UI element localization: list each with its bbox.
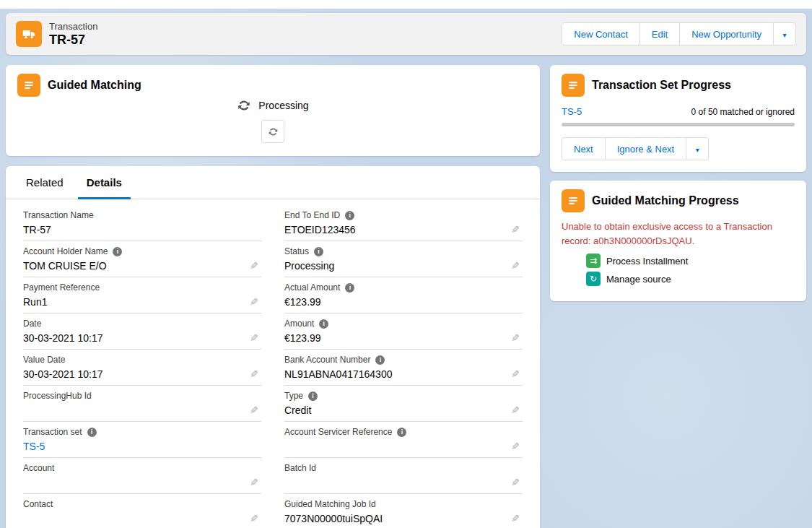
field-label: Transaction Name [23,210,94,220]
field-value: €123.99 [284,332,505,345]
edit-pencil-icon[interactable]: ✎ [250,369,258,379]
sidebar-column: Transaction Set Progress TS-5 0 of 50 ma… [550,65,806,301]
transaction-set-progress-card: Transaction Set Progress TS-5 0 of 50 ma… [550,65,806,172]
edit-pencil-icon[interactable]: ✎ [511,405,520,415]
record-name: TR-57 [49,33,97,48]
field-value: Processing [284,260,505,272]
field-label: Account [23,463,54,473]
edit-pencil-icon[interactable]: ✎ [250,405,258,415]
refresh-button[interactable] [261,120,284,143]
step-label: Process Installment [606,256,688,267]
field-value: 30-03-2021 10:17 [23,368,244,381]
field-type: TypeiCredit✎ [284,386,523,422]
guided-matching-body: Processing [17,97,528,143]
field-value: Credit [284,404,505,417]
transaction-set-progress-title: Transaction Set Progress [592,79,731,92]
main-column: Guided Matching Processing [6,65,540,528]
action-next-button[interactable]: Next [562,137,606,160]
field-value: TR-57 [23,224,244,236]
transaction-entity-icon [16,21,42,47]
field-payment-reference: Payment ReferenceRun1✎ [23,277,261,313]
record-title-block: Transaction TR-57 [49,21,97,48]
field-contact: Contact✎ [23,494,261,528]
field-value: Run1 [23,296,244,308]
sync-icon [237,98,251,113]
guided-matching-progress-header: Guided Matching Progress [562,189,795,212]
field-value [23,404,244,417]
field-processinghub-id: ProcessingHub Id✎ [23,386,261,422]
action-ignore-next-button[interactable]: Ignore & Next [605,137,687,160]
record-detail-card: RelatedDetails Transaction NameTR-57Acco… [6,166,540,528]
info-icon[interactable]: i [345,211,354,220]
guided-matching-progress-icon [562,189,585,212]
field-label: Actual Amount [284,282,340,293]
guided-matching-card: Guided Matching Processing [6,65,540,156]
transaction-set-link[interactable]: TS-5 [562,106,582,117]
info-icon[interactable]: i [345,283,354,293]
info-icon[interactable]: i [397,428,406,437]
guided-matching-header: Guided Matching [17,74,528,97]
tsp-action-group: NextIgnore & Next ▾ [562,137,795,160]
info-icon[interactable]: i [314,247,323,256]
field-label: Batch Id [284,463,316,473]
edit-pencil-icon[interactable]: ✎ [511,477,520,488]
edit-pencil-icon[interactable]: ✎ [250,333,258,343]
edit-pencil-icon[interactable]: ✎ [250,297,258,307]
edit-pencil-icon[interactable]: ✎ [511,441,520,451]
field-label: Status [284,246,309,256]
record-tabs: RelatedDetails [6,166,540,199]
transaction-set-progress-header: Transaction Set Progress [562,74,795,97]
info-icon[interactable]: i [375,355,385,365]
tab-related[interactable]: Related [17,166,72,199]
progress-count-text: 0 of 50 matched or ignored [691,107,795,117]
info-icon[interactable]: i [87,428,97,437]
info-icon[interactable]: i [113,247,122,256]
record-header: Transaction TR-57 New ContactEditNew Opp… [6,13,806,55]
edit-pencil-icon[interactable]: ✎ [511,369,520,379]
field-label: Guided Matching Job Id [284,499,376,509]
field-label: Payment Reference [23,282,100,293]
tsp-more-actions-button[interactable]: ▾ [686,137,709,160]
info-icon[interactable]: i [308,391,318,401]
edit-pencil-icon[interactable]: ✎ [511,514,520,524]
field-transaction-name: Transaction NameTR-57 [23,205,261,241]
edit-pencil-icon[interactable]: ✎ [511,261,520,271]
field-value: €123.99 [284,296,505,308]
action-new-opportunity-button[interactable]: New Opportunity [679,22,774,46]
action-new-contact-button[interactable]: New Contact [562,22,639,46]
edit-pencil-icon[interactable]: ✎ [250,477,258,488]
guided-matching-title: Guided Matching [48,79,141,92]
action-edit-button[interactable]: Edit [639,22,680,46]
edit-pencil-icon[interactable]: ✎ [250,514,258,524]
edit-pencil-icon[interactable]: ✎ [511,333,520,343]
step-process-installment: ⇉Process Installment [586,254,795,268]
field-value: 7073N00000tuiSpQAI [284,513,505,525]
page: Transaction TR-57 New ContactEditNew Opp… [0,9,812,528]
field-value-link[interactable]: TS-5 [23,441,244,453]
top-strip [0,0,812,9]
field-label: Account Holder Name [23,246,108,256]
info-icon[interactable]: i [319,319,328,329]
tab-details[interactable]: Details [78,166,131,199]
chevron-down-icon: ▾ [696,146,699,154]
edit-pencil-icon[interactable]: ✎ [511,225,520,235]
record-identity: Transaction TR-57 [16,21,97,48]
step-manage-source: ↻Manage source [586,272,795,286]
transaction-set-progress-summary: TS-5 0 of 50 matched or ignored [562,106,795,117]
details-column-left: Transaction NameTR-57Account Holder Name… [23,205,261,528]
field-label: Account Servicer Reference [284,427,392,437]
field-date: Date30-03-2021 10:17✎ [23,313,261,350]
step-label: Manage source [606,274,671,285]
field-bank-account-number: Bank Account NumberiNL91ABNA0417164300✎ [284,350,523,386]
field-amount: Amounti€123.99✎ [284,313,523,350]
field-label: Type [284,391,303,401]
header-more-actions-button[interactable]: ▾ [773,22,796,46]
header-action-group: New ContactEditNew Opportunity ▾ [562,22,796,46]
field-value [284,477,505,489]
field-label: Amount [284,319,314,329]
process-installment-icon: ⇉ [586,254,601,268]
edit-pencil-icon[interactable]: ✎ [250,261,258,271]
field-label: Value Date [23,355,65,365]
field-value: ETOEID123456 [284,224,505,236]
refresh-icon [268,126,279,137]
